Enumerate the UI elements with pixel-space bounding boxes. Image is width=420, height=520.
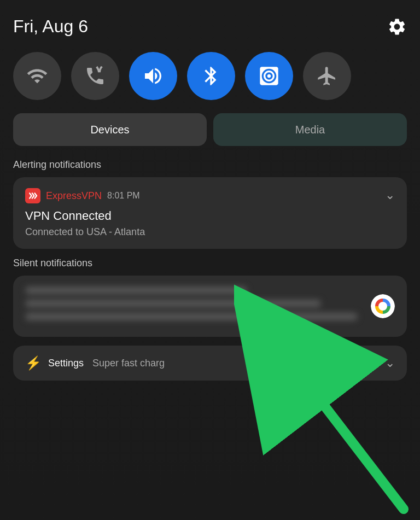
alerting-section-label: Alerting notifications (13, 159, 407, 171)
expressvpn-icon (25, 188, 40, 203)
blurred-line-1 (25, 287, 247, 294)
bluetooth-icon (200, 65, 222, 87)
quick-settings-row (13, 52, 407, 100)
notification-panel: Fri, Aug 6 (0, 0, 420, 520)
expressvpn-logo (25, 188, 40, 203)
blurred-line-2 (25, 300, 321, 307)
airplane-mode-toggle[interactable] (303, 52, 351, 100)
bolt-icon: ⚡ (25, 355, 42, 371)
tab-devices[interactable]: Devices (13, 113, 207, 146)
bluetooth-toggle[interactable] (187, 52, 235, 100)
date-display: Fri, Aug 6 (13, 16, 88, 37)
airplane-icon (316, 65, 338, 87)
blurred-notification[interactable] (13, 276, 407, 337)
google-icon (371, 294, 395, 318)
notif-app-name: ExpressVPN (46, 190, 102, 202)
silent-section-label: Silent notifications (13, 258, 407, 269)
nfc-toggle[interactable] (245, 52, 293, 100)
notif-title: VPN Connected (25, 209, 395, 223)
settings-icon[interactable] (387, 17, 407, 37)
expressvpn-notification[interactable]: ExpressVPN 8:01 PM ⌄ VPN Connected Conne… (13, 177, 407, 249)
nfc-icon (258, 65, 280, 87)
blurred-content (25, 287, 395, 320)
charging-app-name: Settings (48, 358, 84, 369)
svg-rect-0 (25, 188, 40, 203)
notif-time: 8:01 PM (107, 191, 140, 201)
notif-header: ExpressVPN 8:01 PM (25, 188, 395, 203)
header: Fri, Aug 6 (13, 16, 407, 37)
charging-expand-chevron[interactable]: ⌄ (385, 356, 395, 370)
wifi-calling-toggle[interactable] (71, 52, 119, 100)
silent-section: Silent notifications ⚡ Set (13, 258, 407, 381)
wifi-icon (26, 65, 48, 87)
wifi-calling-icon (84, 65, 106, 87)
wifi-toggle[interactable] (13, 52, 61, 100)
svg-point-1 (371, 294, 395, 318)
notif-expand-chevron[interactable]: ⌄ (385, 188, 395, 202)
volume-icon (142, 65, 164, 87)
settings-notification[interactable]: ⚡ Settings Super fast charg ⌄ (13, 346, 407, 381)
volume-toggle[interactable] (129, 52, 177, 100)
tab-media[interactable]: Media (213, 113, 407, 146)
panel-tabs: Devices Media (13, 113, 407, 146)
blurred-line-3 (25, 313, 358, 320)
charging-status-text: Super fast charg (92, 358, 165, 369)
notif-body: Connected to USA - Atlanta (25, 226, 395, 238)
